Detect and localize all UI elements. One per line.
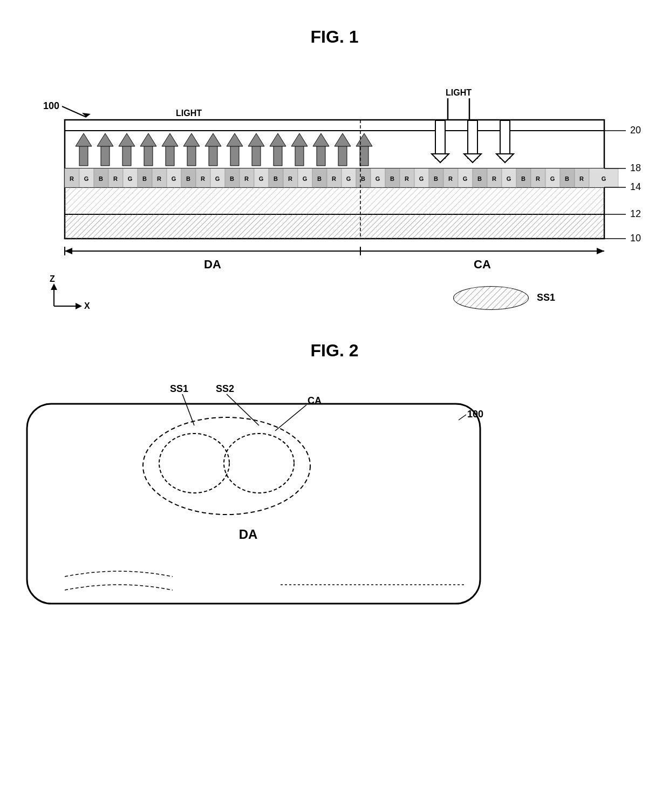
da-fig2-label: DA xyxy=(239,527,258,542)
svg-rect-38 xyxy=(295,145,304,166)
svg-text:B: B xyxy=(565,175,569,182)
svg-point-142 xyxy=(453,286,529,310)
svg-rect-17 xyxy=(65,214,604,239)
svg-rect-30 xyxy=(209,145,217,166)
ss2-fig2-label: SS2 xyxy=(216,383,234,394)
svg-marker-138 xyxy=(51,283,57,290)
svg-rect-20 xyxy=(101,145,110,166)
svg-marker-140 xyxy=(76,303,82,309)
svg-rect-40 xyxy=(317,145,325,166)
svg-text:G: G xyxy=(128,175,133,182)
svg-rect-26 xyxy=(166,145,174,166)
svg-text:R: R xyxy=(332,175,336,182)
svg-marker-135 xyxy=(597,248,604,254)
svg-text:B: B xyxy=(361,175,365,182)
svg-line-0 xyxy=(62,106,86,117)
svg-text:B: B xyxy=(390,175,394,182)
svg-text:R: R xyxy=(201,175,205,182)
svg-text:B: B xyxy=(317,175,322,182)
svg-rect-125 xyxy=(500,120,510,158)
svg-rect-18 xyxy=(79,145,88,166)
svg-text:B: B xyxy=(142,175,147,182)
svg-marker-1 xyxy=(82,113,91,117)
fig1-title: FIG. 1 xyxy=(11,27,658,47)
svg-text:G: G xyxy=(303,175,308,182)
ref-12: 12 xyxy=(630,208,641,219)
svg-text:R: R xyxy=(492,175,496,182)
svg-text:G: G xyxy=(84,175,89,182)
ss1-legend-label: SS1 xyxy=(537,292,555,303)
svg-text:R: R xyxy=(405,175,409,182)
svg-rect-32 xyxy=(230,145,239,166)
svg-text:G: G xyxy=(346,175,351,182)
svg-rect-24 xyxy=(144,145,153,166)
ref-10: 10 xyxy=(630,233,641,243)
ref-100-label: 100 xyxy=(43,100,59,111)
fig1-diagram: 100 LIGHT LIGHT xyxy=(11,58,658,319)
svg-text:B: B xyxy=(434,175,438,182)
svg-text:G: G xyxy=(259,175,264,182)
svg-text:R: R xyxy=(70,175,74,182)
svg-rect-34 xyxy=(252,145,261,166)
fig2-title: FIG. 2 xyxy=(11,341,658,361)
svg-text:G: G xyxy=(550,175,555,182)
svg-rect-44 xyxy=(360,145,368,166)
svg-text:B: B xyxy=(186,175,190,182)
svg-text:G: G xyxy=(419,175,424,182)
svg-rect-36 xyxy=(274,145,282,166)
svg-text:R: R xyxy=(157,175,161,182)
svg-text:G: G xyxy=(463,175,468,182)
svg-text:R: R xyxy=(448,175,453,182)
svg-text:B: B xyxy=(477,175,482,182)
svg-text:G: G xyxy=(376,175,380,182)
x-axis-label: X xyxy=(84,301,90,310)
ref-100-fig2: 100 xyxy=(467,409,483,419)
ss1-fig2-label: SS1 xyxy=(170,383,188,394)
light-da-label: LIGHT xyxy=(176,109,202,118)
svg-rect-28 xyxy=(187,145,196,166)
svg-text:B: B xyxy=(99,175,103,182)
svg-text:G: G xyxy=(507,175,511,182)
svg-text:G: G xyxy=(172,175,176,182)
svg-text:R: R xyxy=(244,175,249,182)
page: FIG. 1 100 LIGHT LIGHT xyxy=(0,0,669,812)
svg-text:B: B xyxy=(274,175,278,182)
svg-text:G: G xyxy=(602,175,606,182)
svg-rect-123 xyxy=(468,120,477,158)
svg-rect-22 xyxy=(122,145,131,166)
svg-text:R: R xyxy=(113,175,118,182)
svg-text:B: B xyxy=(521,175,525,182)
svg-rect-15 xyxy=(65,187,604,214)
ca-label: CA xyxy=(474,258,491,271)
fig2-diagram: SS1 SS2 CA 100 DA xyxy=(11,377,658,622)
svg-rect-121 xyxy=(435,120,445,158)
ref-18: 18 xyxy=(630,163,641,173)
svg-rect-42 xyxy=(338,145,347,166)
svg-text:B: B xyxy=(230,175,234,182)
z-axis-label: Z xyxy=(50,274,55,283)
ref-14: 14 xyxy=(630,181,641,192)
svg-marker-133 xyxy=(65,248,72,254)
svg-text:G: G xyxy=(215,175,220,182)
ca-fig2-label: CA xyxy=(308,395,322,406)
ref-20: 20 xyxy=(630,125,641,136)
light-ca-label: LIGHT xyxy=(446,88,472,97)
da-label: DA xyxy=(204,258,221,271)
svg-text:R: R xyxy=(579,175,584,182)
svg-text:R: R xyxy=(288,175,292,182)
svg-text:R: R xyxy=(536,175,540,182)
